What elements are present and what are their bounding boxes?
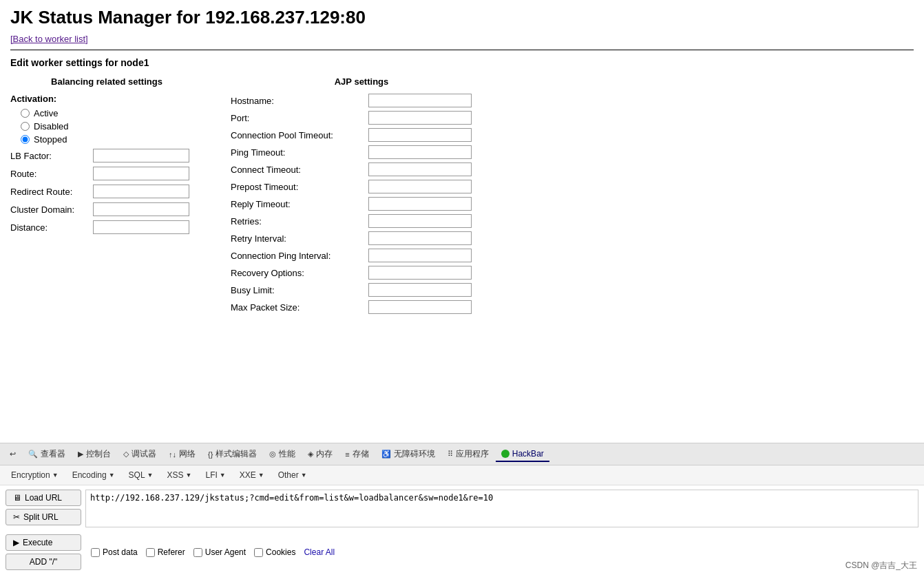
lb-factor-label: LB Factor: [10, 151, 93, 161]
connect-timeout-label: Connect Timeout: [231, 165, 368, 175]
activation-disabled-radio[interactable] [21, 122, 30, 131]
ping-timeout-input[interactable]: 10000 [368, 145, 472, 159]
hostname-label: Hostname: [231, 96, 368, 106]
busy-limit-input[interactable]: 0 [368, 283, 472, 297]
activation-active-radio[interactable] [21, 109, 30, 118]
hostname-input[interactable]: cve-2018-11759_client1_ [368, 94, 472, 107]
conn-ping-interval-input[interactable]: 100 [368, 249, 472, 262]
retry-interval-input[interactable]: 100 [368, 231, 472, 245]
ping-timeout-label: Ping Timeout: [231, 147, 368, 158]
activation-disabled-label: Disabled [34, 121, 69, 132]
connect-timeout-input[interactable]: 10000 [368, 162, 472, 176]
reply-timeout-input[interactable]: 0 [368, 197, 472, 211]
balancing-header: Balancing related settings [10, 76, 203, 87]
activation-stopped-label: Stopped [34, 134, 67, 145]
conn-pool-timeout-label: Connection Pool Timeout: [231, 130, 368, 140]
recovery-options-label: Recovery Options: [231, 268, 368, 278]
distance-label: Distance: [10, 222, 93, 233]
retry-interval-label: Retry Interval: [231, 233, 368, 244]
route-label: Route: [10, 169, 93, 179]
recovery-options-input[interactable]: 0 [368, 266, 472, 280]
lb-factor-input[interactable]: 1 [93, 149, 189, 162]
cluster-domain-input[interactable] [93, 202, 189, 216]
back-to-worker-list-link[interactable]: [Back to worker list] [10, 34, 88, 44]
retries-label: Retries: [231, 216, 368, 227]
divider [10, 50, 914, 50]
conn-ping-interval-label: Connection Ping Interval: [231, 251, 368, 261]
distance-input[interactable]: 0 [93, 220, 189, 234]
route-input[interactable]: node1 [93, 167, 189, 180]
prepost-timeout-input[interactable]: 10000 [368, 180, 472, 193]
reply-timeout-label: Reply Timeout: [231, 199, 368, 209]
max-packet-size-input[interactable]: 8192 [368, 300, 472, 314]
port-input[interactable]: 0 [368, 111, 472, 125]
redirect-route-label: Redirect Route: [10, 187, 93, 197]
max-packet-size-label: Max Packet Size: [231, 302, 368, 313]
activation-active-label: Active [34, 108, 58, 118]
conn-pool-timeout-input[interactable]: 0 [368, 128, 472, 142]
busy-limit-label: Busy Limit: [231, 285, 368, 295]
activation-stopped-radio[interactable] [21, 135, 30, 144]
retries-input[interactable]: 2 [368, 214, 472, 228]
page-title: JK Status Manager for 192.168.237.129:80 [10, 7, 914, 28]
cluster-domain-label: Cluster Domain: [10, 204, 93, 215]
activation-label: Activation: [10, 94, 93, 104]
redirect-route-input[interactable] [93, 185, 189, 198]
ajp-header: AJP settings [231, 76, 492, 87]
port-label: Port: [231, 113, 368, 123]
prepost-timeout-label: Prepost Timeout: [231, 182, 368, 192]
edit-section-title: Edit worker settings for node1 [10, 57, 914, 68]
